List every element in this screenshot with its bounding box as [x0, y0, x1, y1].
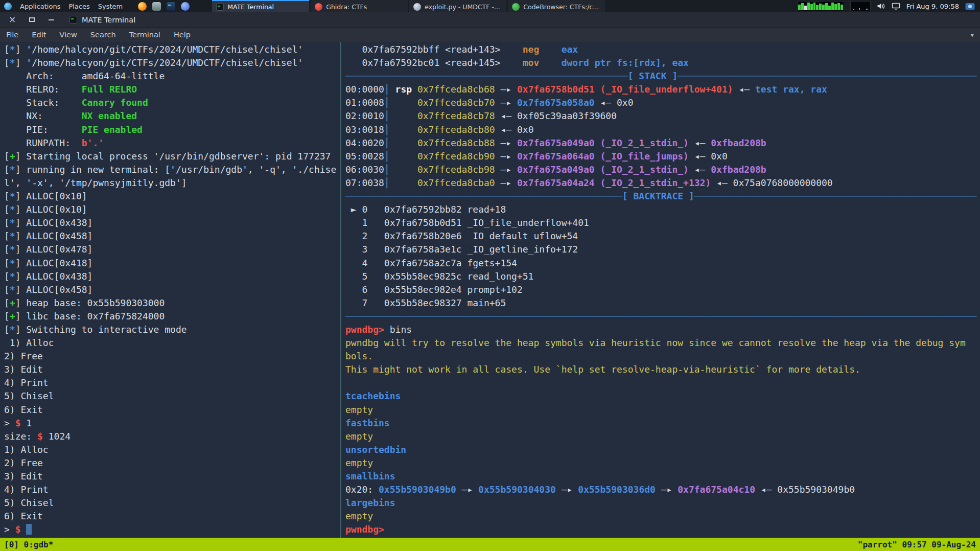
text-segment: Stack:	[4, 97, 82, 108]
graph-bar	[807, 3, 810, 10]
graph-bar	[816, 5, 819, 10]
clock[interactable]: Fri Aug 9, 09:58	[906, 3, 959, 10]
text-segment: 6 0x55b58ec982e4 prompt+102	[345, 284, 523, 295]
terminal-line: [+] heap base: 0x55b590303000	[4, 296, 340, 310]
text-segment: ◂— 0x75a0768000000000	[711, 177, 832, 188]
text-segment	[21, 524, 27, 535]
text-segment: —▸	[656, 484, 678, 495]
panel-menu-places[interactable]: Places	[68, 3, 89, 10]
terminal-line: 5 0x55b58ec9825c read_long+51	[345, 270, 980, 283]
terminal-line: Arch: amd64-64-little	[4, 70, 340, 83]
text-segment: 2) Free	[4, 457, 43, 468]
terminal-line: Stack: Canary found	[4, 96, 340, 109]
tmux-pane-left[interactable]: [*] '/home/halcyon/git/CTFs/2024/UMDCTF/…	[0, 42, 340, 538]
text-segment	[539, 44, 561, 55]
firefox-launcher-icon[interactable]	[138, 2, 147, 11]
ghidra-icon	[315, 3, 322, 11]
terminal-line: pwndbg> bins	[345, 323, 980, 336]
taskbar-item-exploit-py[interactable]: exploit.py - UMDCTF -...	[409, 0, 506, 12]
terminal-line: unsortedbin	[345, 443, 980, 456]
text-segment: 1 0x7fa6758b0d51 _IO_file_underflow+401	[345, 217, 589, 228]
terminal-launcher-icon[interactable]	[167, 2, 175, 11]
text-segment: bols.	[345, 351, 373, 361]
text-segment: *	[10, 324, 15, 335]
cpu-graph[interactable]	[797, 1, 844, 11]
terminal-line: [*] '/home/halcyon/git/CTFs/2024/UMDCTF/…	[4, 43, 340, 56]
text-segment: 6) Exit	[4, 511, 43, 521]
tmux-pane-right[interactable]: 0x7fa67592bbff <read+143> neg eax 0x7fa6…	[341, 42, 980, 538]
text-segment: 0x7fa675a049a0 (_IO_2_1_stdin_)	[517, 164, 689, 175]
window-title: MATE Terminal	[82, 16, 135, 24]
terminal-line: empty	[345, 403, 980, 417]
text-segment: 0x20:	[345, 484, 379, 495]
text-segment: │	[384, 110, 417, 121]
terminal-line: 5) Chisel	[4, 496, 340, 510]
text-segment: 1) Alloc	[4, 337, 54, 348]
text-segment: ◂— 0xf05c39aa03f39600	[495, 110, 617, 121]
app-launcher-icon[interactable]	[181, 2, 190, 11]
text-segment: 2 0x7fa6758b20e6 _IO_default_uflow+54	[345, 231, 578, 241]
terminal-line: 3 0x7fa6758a3e1c _IO_getline_info+172	[345, 243, 980, 256]
text-segment: —▸	[556, 484, 578, 495]
text-segment: NX enabled	[82, 110, 137, 121]
codebrowser-icon	[512, 3, 520, 11]
graph-bar	[810, 4, 813, 10]
chevron-down-icon[interactable]: ▾	[970, 31, 974, 39]
text-segment: ] '/home/halcyon/git/CTFs/2024/UMDCTF/ch…	[15, 57, 304, 68]
terminal-line: empty	[345, 510, 980, 523]
terminal-line: 6) Exit	[4, 510, 340, 523]
screenshot-tool-icon[interactable]	[965, 3, 975, 10]
display-icon[interactable]	[892, 2, 900, 10]
text-segment: 03:0018	[345, 124, 384, 135]
menu-view[interactable]: View	[59, 31, 77, 39]
terminal-line: 0x7fa67592bc01 <read+145> mov dword ptr …	[345, 56, 980, 70]
text-segment: —▸	[495, 164, 517, 175]
taskbar-item-mate-terminal[interactable]: MATE Terminal	[212, 0, 309, 12]
terminal-line: 05:0028│ 0x7ffceda8cb90 —▸ 0x7fa675a064a…	[345, 150, 980, 163]
menu-file[interactable]: File	[6, 31, 18, 39]
distro-menu-icon[interactable]	[4, 3, 12, 10]
terminal-line: 4) Print	[4, 376, 340, 389]
panel-menu-system[interactable]: System	[98, 3, 123, 10]
titlebar[interactable]: × MATE Terminal	[0, 12, 980, 28]
text-segment: empty	[345, 404, 373, 415]
text-segment: 2) Free	[4, 351, 43, 361]
maximize-button[interactable]	[28, 16, 36, 24]
menu-search[interactable]: Search	[90, 31, 116, 39]
separator-line: ────────────────────────────────────────…	[678, 71, 976, 81]
terminal-line: pwndbg will try to resolve the heap symb…	[345, 336, 980, 350]
menu-terminal[interactable]: Terminal	[129, 31, 160, 39]
text-segment: 1	[21, 418, 32, 428]
text-segment: 05:0028	[345, 151, 384, 162]
text-segment: [	[4, 284, 10, 295]
text-segment: *	[10, 57, 15, 68]
taskbar-item-codebrowser[interactable]: CodeBrowser: CTFs:/c...	[508, 0, 605, 12]
text-segment: 0x7ffceda8cb98	[417, 164, 495, 175]
status-session-window[interactable]: [0] 0:gdb*	[4, 540, 53, 549]
text-segment: $	[15, 418, 21, 428]
terminal-line: empty	[345, 430, 980, 443]
terminal-line: > $	[4, 523, 340, 536]
close-button[interactable]: ×	[8, 16, 16, 24]
volume-icon[interactable]	[877, 2, 885, 10]
text-segment	[539, 57, 561, 68]
text-segment: 02:0010	[345, 110, 384, 121]
text-segment: 0x7fa6758b0d51 (_IO_file_underflow+401)	[517, 84, 733, 95]
terminal-line: 1) Alloc	[4, 443, 340, 456]
panel-menu-applications[interactable]: Applications	[20, 3, 60, 10]
taskbar-item-label: Ghidra: CTFs	[326, 3, 367, 11]
menu-edit[interactable]: Edit	[32, 31, 46, 39]
taskbar-item-ghidra[interactable]: Ghidra: CTFs	[311, 0, 408, 12]
text-segment	[412, 84, 417, 95]
menu-help[interactable]: Help	[174, 31, 191, 39]
terminal-line: bols.	[345, 350, 980, 363]
minimize-button[interactable]	[47, 16, 55, 24]
text-segment: [	[4, 164, 10, 175]
network-graph[interactable]	[850, 1, 871, 11]
terminal-line: [*] running in new terminal: ['/usr/bin/…	[4, 163, 340, 176]
text-segment: ◂— 0x0	[595, 97, 634, 108]
text-segment: 0x7ffceda8cb68	[417, 84, 495, 95]
graph-bar	[798, 5, 801, 10]
text-segment: —▸	[495, 151, 517, 162]
files-launcher-icon[interactable]	[152, 2, 161, 11]
